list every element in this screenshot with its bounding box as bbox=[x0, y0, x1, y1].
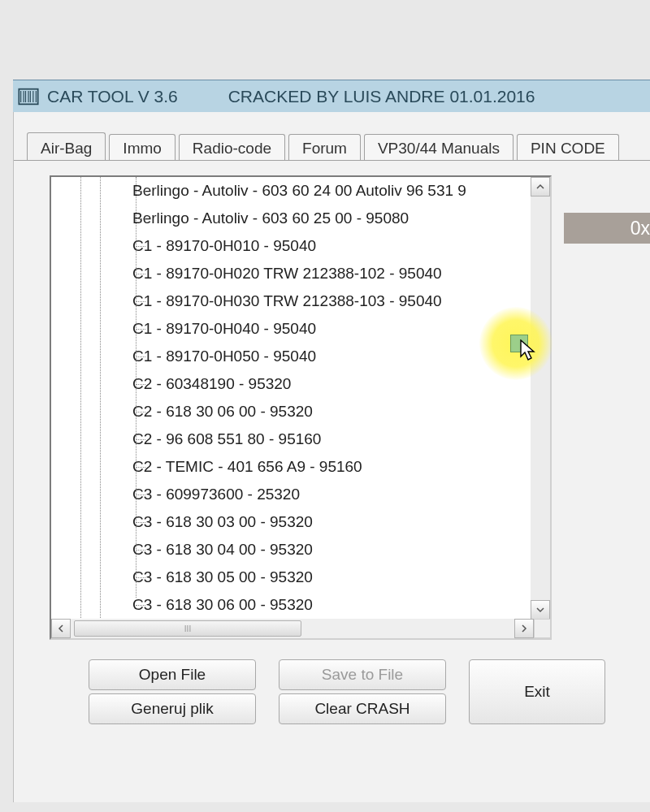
vertical-scrollbar[interactable] bbox=[531, 177, 550, 620]
app-icon bbox=[16, 84, 41, 109]
button-row: Open File Generuj plik Save to File Clea… bbox=[89, 659, 650, 724]
chevron-left-icon bbox=[57, 624, 65, 633]
app-credit: CRACKED BY LUIS ANDRE 01.01.2016 bbox=[228, 87, 535, 106]
tree-item[interactable]: C2 - 618 30 06 00 - 95320 bbox=[51, 398, 534, 425]
tab-forum[interactable]: Forum bbox=[288, 134, 361, 160]
generuj-plik-button[interactable]: Generuj plik bbox=[89, 693, 256, 724]
tabstrip: Air-Bag Immo Radio-code Forum VP30/44 Ma… bbox=[27, 132, 650, 160]
scroll-left-button[interactable] bbox=[51, 619, 71, 638]
scroll-down-button[interactable] bbox=[531, 600, 550, 620]
tree-item[interactable]: C1 - 89170-0H040 - 95040 bbox=[51, 315, 534, 343]
tree-item[interactable]: C1 - 89170-0H020 TRW 212388-102 - 95040 bbox=[51, 260, 534, 287]
scroll-up-button[interactable] bbox=[531, 177, 550, 197]
scroll-track[interactable] bbox=[531, 197, 550, 600]
tree-item[interactable]: Berlingo - Autoliv - 603 60 25 00 - 9508… bbox=[51, 205, 534, 232]
tree-item[interactable]: C3 - 618 30 06 00 - 95320 bbox=[51, 591, 534, 619]
tree-item[interactable]: C1 - 89170-0H050 - 95040 bbox=[51, 343, 534, 370]
tree-item[interactable]: C3 - 618 30 05 00 - 95320 bbox=[51, 564, 534, 591]
tab-radio-code[interactable]: Radio-code bbox=[179, 134, 285, 160]
horizontal-scrollbar[interactable]: III bbox=[51, 619, 552, 638]
tab-pin-code[interactable]: PIN CODE bbox=[517, 134, 619, 160]
tree-item[interactable]: C1 - 89170-0H010 - 95040 bbox=[51, 232, 534, 260]
save-to-file-button[interactable]: Save to File bbox=[279, 659, 446, 690]
open-file-button[interactable]: Open File bbox=[89, 659, 256, 690]
tab-vp30-44-manuals[interactable]: VP30/44 Manuals bbox=[364, 134, 514, 160]
tab-airbag[interactable]: Air-Bag bbox=[27, 132, 106, 160]
tree-item[interactable]: C2 - 60348190 - 95320 bbox=[51, 370, 534, 398]
tab-panel: Berlingo - Autoliv - 603 60 24 00 Autoli… bbox=[14, 160, 650, 724]
clear-crash-button[interactable]: Clear CRASH bbox=[279, 693, 446, 724]
app-title: CAR TOOL V 3.6 bbox=[47, 87, 178, 106]
hex-value-label: 0x bbox=[564, 213, 650, 244]
tree-item[interactable]: C2 - TEMIC - 401 656 A9 - 95160 bbox=[51, 453, 534, 481]
tree-item[interactable]: C3 - 609973600 - 25320 bbox=[51, 481, 534, 508]
chevron-up-icon bbox=[536, 183, 544, 191]
tree-item[interactable]: C2 - 96 608 551 80 - 95160 bbox=[51, 425, 534, 453]
chevron-down-icon bbox=[536, 606, 544, 614]
scroll-thumb[interactable]: III bbox=[74, 620, 301, 637]
exit-button[interactable]: Exit bbox=[469, 659, 605, 724]
chevron-right-icon bbox=[520, 624, 528, 633]
tree-item[interactable]: Berlingo - Autoliv - 603 60 24 00 Autoli… bbox=[51, 177, 534, 205]
tree-view[interactable]: Berlingo - Autoliv - 603 60 24 00 Autoli… bbox=[50, 175, 552, 640]
window-body: Air-Bag Immo Radio-code Forum VP30/44 Ma… bbox=[13, 112, 650, 802]
tree-item[interactable]: C1 - 89170-0H030 TRW 212388-103 - 95040 bbox=[51, 287, 534, 315]
tree-item[interactable]: C3 - 618 30 03 00 - 95320 bbox=[51, 508, 534, 536]
scroll-right-button[interactable] bbox=[514, 619, 534, 638]
scroll-corner bbox=[534, 619, 552, 638]
tab-immo[interactable]: Immo bbox=[109, 134, 176, 160]
titlebar: CAR TOOL V 3.6 CRACKED BY LUIS ANDRE 01.… bbox=[13, 80, 650, 112]
tree-item[interactable]: C3 - 618 30 04 00 - 95320 bbox=[51, 536, 534, 564]
